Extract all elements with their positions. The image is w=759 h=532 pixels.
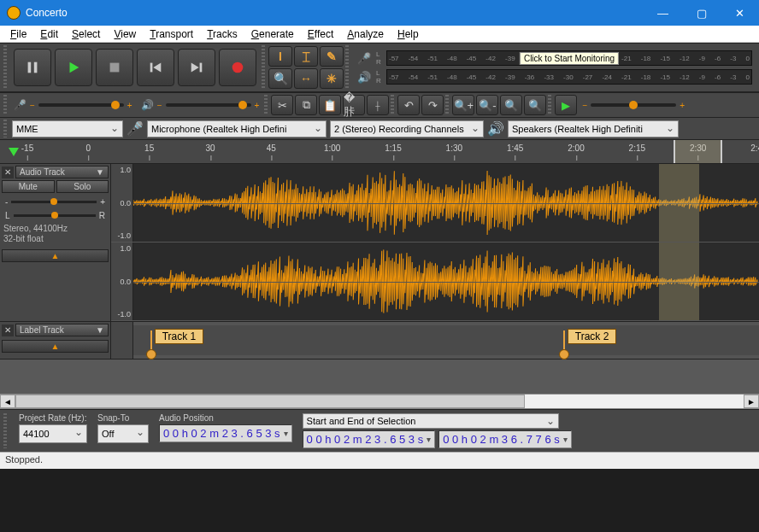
transport-controls [10, 45, 260, 90]
menu-view[interactable]: View [107, 26, 143, 42]
menu-analyze[interactable]: Analyze [340, 26, 391, 42]
mute-button[interactable]: Mute [2, 180, 55, 193]
label-marker[interactable]: Track 1 [146, 330, 152, 354]
zoom-in-button[interactable]: 🔍+ [452, 95, 474, 115]
track-menu-button[interactable]: Label Track▼ [15, 324, 109, 336]
selection-region[interactable] [659, 243, 700, 320]
grip[interactable] [3, 95, 7, 115]
scroll-thumb[interactable] [15, 395, 525, 408]
channel-left[interactable]: 1.00.0-1.0 [111, 164, 759, 243]
input-device-combo[interactable]: Microphone (Realtek High Defini [147, 120, 327, 137]
track-close-button[interactable]: ✕ [2, 167, 14, 178]
minimize-button[interactable]: — [644, 0, 682, 26]
zoom-tool[interactable]: 🔍 [268, 68, 292, 89]
grip[interactable] [264, 95, 268, 115]
label-marker[interactable]: Track 2 [559, 330, 565, 354]
menu-edit[interactable]: Edit [33, 26, 65, 42]
copy-button[interactable]: ⧉ [295, 95, 317, 115]
skip-end-button[interactable] [178, 49, 215, 86]
menu-tracks[interactable]: Tracks [200, 26, 244, 42]
envelope-tool[interactable]: ⌶ [294, 46, 318, 67]
empty-workspace[interactable] [0, 360, 759, 394]
vaxis: 1.00.0-1.0 [111, 243, 133, 320]
grip[interactable] [345, 45, 349, 90]
track-close-button[interactable]: ✕ [2, 324, 14, 336]
label-track-content[interactable]: Track 1Track 2 [111, 322, 759, 359]
channel-right[interactable]: 1.00.0-1.0 [111, 243, 759, 321]
solo-button[interactable]: Solo [56, 180, 109, 193]
draw-tool[interactable]: ✎ [320, 46, 344, 67]
stop-button[interactable] [96, 49, 133, 86]
grip[interactable] [3, 413, 7, 448]
audio-host-combo[interactable]: MME [12, 120, 123, 137]
silence-button[interactable]: ⟊ [367, 95, 389, 115]
play-button[interactable] [55, 49, 92, 86]
track-collapse-button[interactable]: ▲ [2, 249, 109, 262]
pan-slider[interactable]: LR [2, 208, 109, 222]
grip[interactable] [3, 120, 7, 137]
grip[interactable] [262, 45, 265, 90]
project-rate-combo[interactable]: 44100 [19, 424, 87, 443]
skip-start-button[interactable] [137, 49, 174, 86]
grip[interactable] [391, 95, 394, 115]
selection-region[interactable] [659, 164, 700, 242]
selection-start-field[interactable]: 0 0 h 0 2 m 2 3 . 6 5 3 s▾ [303, 430, 436, 448]
speaker-icon[interactable]: 🔊 [356, 68, 373, 85]
scroll-left-button[interactable]: ◄ [0, 395, 15, 408]
trim-button[interactable]: �胩 [343, 95, 365, 115]
menu-effect[interactable]: Effect [301, 26, 340, 42]
multi-tool[interactable]: ✳ [320, 68, 344, 89]
undo-button[interactable]: ↶ [397, 95, 420, 115]
menu-generate[interactable]: Generate [244, 26, 301, 42]
label-text[interactable]: Track 1 [155, 329, 204, 344]
svg-point-8 [232, 62, 244, 73]
selection-mode-combo[interactable]: Start and End of Selection [303, 413, 559, 429]
gain-slider[interactable]: -+ [2, 195, 109, 208]
selection-end-field[interactable]: 0 0 h 0 2 m 3 6 . 7 7 6 s▾ [438, 430, 572, 448]
grip[interactable] [445, 95, 449, 115]
zoom-region[interactable] [674, 140, 722, 163]
tick: 1:45 [507, 143, 523, 153]
maximize-button[interactable]: ▢ [682, 0, 721, 26]
rec-volume-slider[interactable] [38, 103, 124, 107]
mic-icon[interactable]: 🎤 [356, 50, 373, 67]
audio-track-content[interactable]: 1.00.0-1.0 1.00.0-1.0 [111, 164, 759, 321]
close-button[interactable]: ✕ [721, 0, 759, 26]
audio-position-field[interactable]: 0 0 h 0 2 m 2 3 . 6 5 3 s▾ [159, 424, 292, 442]
zoom-out-button[interactable]: 🔍- [476, 95, 498, 115]
channels-combo[interactable]: 2 (Stereo) Recording Channels [330, 120, 484, 137]
timeshift-tool[interactable]: ↔ [294, 68, 318, 89]
menu-select[interactable]: Select [65, 26, 107, 42]
menu-help[interactable]: Help [391, 26, 426, 42]
track-menu-button[interactable]: Audio Track▼ [15, 166, 109, 178]
paste-button[interactable]: 📋 [319, 95, 341, 115]
play-speed-slider[interactable] [591, 103, 676, 107]
toolbar-edit-row: 🎤− + 🔊− + ✂ ⧉ 📋 �胩 ⟊ ↶ ↷ 🔍+ 🔍- 🔍 🔍 ▶ − + [0, 92, 759, 118]
menu-file[interactable]: File [3, 26, 33, 42]
play-at-speed-button[interactable]: ▶ [555, 95, 577, 115]
track-collapse-button[interactable]: ▲ [2, 340, 109, 353]
playback-meter[interactable]: -57-54-51-48-45-42-39-36-33-30-27-24-21-… [386, 69, 752, 85]
snap-to-combo[interactable]: Off [97, 424, 149, 443]
label-text[interactable]: Track 2 [568, 329, 617, 344]
menu-transport[interactable]: Transport [143, 26, 200, 42]
grip[interactable] [3, 45, 7, 90]
horizontal-scrollbar[interactable]: ◄ ► [0, 394, 759, 409]
output-device-combo[interactable]: Speakers (Realtek High Definiti [508, 120, 679, 137]
selection-tool[interactable]: I [268, 46, 292, 67]
svg-rect-7 [200, 63, 203, 73]
record-button[interactable] [219, 49, 256, 86]
pause-button[interactable] [14, 49, 51, 86]
cut-button[interactable]: ✂ [271, 95, 293, 115]
scroll-right-button[interactable]: ► [744, 395, 759, 408]
fit-selection-button[interactable]: 🔍 [500, 95, 522, 115]
timeline[interactable]: -1501530451:001:151:301:452:002:152:302:… [0, 140, 759, 164]
fit-project-button[interactable]: 🔍 [524, 95, 546, 115]
tick: 1:00 [324, 143, 340, 153]
redo-button[interactable]: ↷ [421, 95, 444, 115]
label-lane[interactable]: Track 1Track 2 [133, 325, 759, 355]
time-ruler[interactable]: -1501530451:001:151:301:452:002:152:302:… [27, 140, 759, 163]
play-volume-slider[interactable] [166, 103, 251, 107]
grip[interactable] [548, 95, 551, 115]
recording-meter[interactable]: Click to Start Monitoring -57-54-51-48-4… [386, 50, 752, 66]
